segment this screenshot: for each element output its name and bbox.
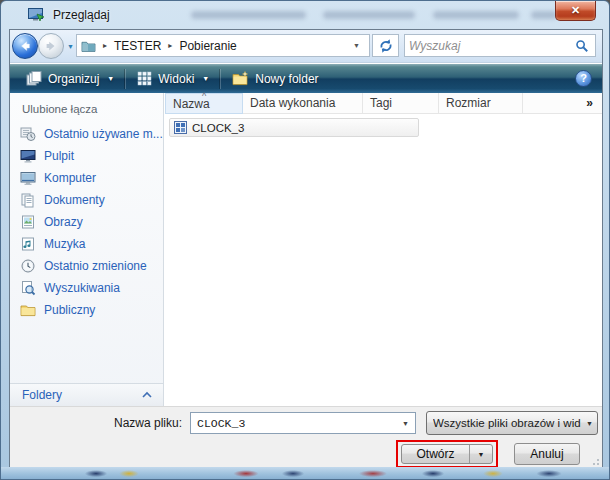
sidebar-item-documents[interactable]: Dokumenty — [10, 189, 163, 211]
sidebar-item-label: Publiczny — [44, 303, 95, 317]
filename-dropdown-icon[interactable]: ▼ — [402, 420, 409, 427]
folder-icon — [81, 39, 96, 53]
help-button[interactable]: ? — [575, 70, 592, 87]
column-header-name[interactable]: Nazwa ^ — [165, 93, 243, 114]
help-icon: ? — [580, 72, 587, 84]
column-header-date[interactable]: Data wykonania — [243, 93, 363, 114]
window-bottom-border — [1, 467, 609, 479]
window-icon — [28, 7, 45, 22]
column-overflow-chevron[interactable]: » — [523, 93, 602, 114]
filename-input[interactable] — [195, 415, 390, 431]
organize-button[interactable]: Organizuj ▼ — [18, 67, 122, 91]
chevron-down-icon: ▼ — [107, 75, 114, 82]
navigation-bar: ▼ ▸ TESTER ▸ Pobieranie ▼ — [10, 30, 602, 63]
breadcrumb-dropdown[interactable]: ▼ — [348, 42, 365, 49]
back-arrow-icon — [18, 39, 32, 53]
documents-icon — [20, 192, 36, 208]
sidebar-item-pictures[interactable]: Obrazy — [10, 211, 163, 233]
new-folder-label: Nowy folder — [255, 72, 318, 86]
toolbar-divider — [125, 69, 126, 89]
views-button[interactable]: Widoki ▼ — [129, 67, 217, 91]
filetype-value: Wszystkie pliki obrazów i wid — [433, 417, 583, 429]
new-folder-button[interactable]: Nowy folder — [224, 67, 326, 91]
window-title: Przeglądaj — [53, 8, 110, 22]
organize-icon — [26, 71, 42, 86]
command-toolbar: Organizuj ▼ Widoki ▼ — [10, 64, 602, 93]
sidebar-item-label: Wyszukiwania — [44, 281, 120, 295]
sidebar-item-label: Ostatnio zmienione — [44, 259, 147, 273]
sidebar-item-label: Dokumenty — [44, 193, 105, 207]
search-box — [404, 34, 596, 57]
column-headers: Nazwa ^ Data wykonania Tagi Rozmiar » — [165, 93, 602, 114]
search-input[interactable] — [407, 36, 567, 55]
views-label: Widoki — [158, 72, 194, 86]
open-split-button[interactable]: Otwórz ▼ — [401, 444, 493, 464]
titlebar-glass-reflection — [191, 11, 306, 19]
music-icon — [20, 236, 36, 252]
refresh-icon — [378, 38, 394, 54]
organize-label: Organizuj — [48, 72, 99, 86]
file-item-clock3[interactable]: CLOCK_3 — [169, 118, 419, 137]
media-file-icon — [174, 121, 187, 134]
breadcrumb-separator-icon: ▸ — [103, 41, 107, 50]
titlebar-glass-reflection — [433, 11, 519, 19]
chevron-up-icon — [141, 391, 153, 399]
titlebar-glass-reflection — [531, 11, 557, 19]
sidebar-item-recent-places[interactable]: Ostatnio używane m... — [10, 123, 163, 145]
browse-dialog-window: Przeglądaj ✕ ▼ — [0, 0, 610, 480]
column-header-size[interactable]: Rozmiar — [439, 93, 523, 114]
open-button[interactable]: Otwórz — [402, 445, 469, 463]
sidebar-item-label: Muzyka — [44, 237, 85, 251]
folders-expander[interactable]: Foldery — [10, 383, 163, 406]
recent-places-icon — [20, 126, 36, 142]
chevron-down-icon: ▼ — [586, 420, 593, 427]
sort-ascending-icon: ^ — [202, 91, 206, 101]
file-name: CLOCK_3 — [192, 122, 244, 134]
favorites-header: Ulubione łącza — [10, 93, 163, 123]
forward-button-disabled[interactable] — [38, 33, 64, 59]
close-button[interactable]: ✕ — [555, 1, 596, 21]
dialog-footer: Nazwa pliku: ▼ Wszystkie pliki obrazów i… — [10, 406, 602, 468]
searches-icon — [20, 280, 36, 296]
sidebar-item-desktop[interactable]: Pulpit — [10, 145, 163, 167]
main-area: Ulubione łącza Ostatnio używane m... — [10, 93, 602, 406]
resize-grip[interactable] — [589, 455, 599, 465]
public-folder-icon — [20, 302, 36, 318]
new-folder-icon — [232, 71, 249, 86]
red-highlight-annotation: Otwórz ▼ — [396, 440, 498, 468]
cancel-button[interactable]: Anuluj — [514, 443, 580, 465]
forward-arrow-icon — [44, 39, 58, 53]
sidebar-item-recently-changed[interactable]: Ostatnio zmienione — [10, 255, 163, 277]
toolbar-divider — [220, 69, 221, 89]
computer-icon — [20, 170, 36, 186]
sidebar-item-searches[interactable]: Wyszukiwania — [10, 277, 163, 299]
sidebar-item-public[interactable]: Publiczny — [10, 299, 163, 321]
search-icon[interactable] — [575, 39, 589, 57]
sidebar-item-label: Obrazy — [44, 215, 83, 229]
pictures-icon — [20, 214, 36, 230]
favorites-sidebar: Ulubione łącza Ostatnio używane m... — [10, 93, 164, 406]
recently-changed-icon — [20, 258, 36, 274]
filename-combobox: ▼ — [190, 412, 416, 434]
sidebar-item-label: Komputer — [44, 171, 96, 185]
open-dropdown-arrow[interactable]: ▼ — [469, 445, 492, 463]
views-grid-icon — [137, 71, 152, 86]
breadcrumb[interactable]: ▸ TESTER ▸ Pobieranie ▼ — [76, 34, 370, 57]
sidebar-item-music[interactable]: Muzyka — [10, 233, 163, 255]
dialog-body: ▼ ▸ TESTER ▸ Pobieranie ▼ — [9, 29, 603, 469]
refresh-button[interactable] — [372, 34, 399, 57]
filetype-select[interactable]: Wszystkie pliki obrazów i wid ▼ — [426, 411, 598, 435]
back-button[interactable] — [12, 33, 38, 59]
filename-label: Nazwa pliku: — [10, 416, 182, 430]
breadcrumb-item-tester[interactable]: TESTER — [114, 39, 161, 53]
breadcrumb-item-pobieranie[interactable]: Pobieranie — [179, 39, 236, 53]
chevron-right-double-icon: » — [586, 96, 593, 110]
recent-pages-dropdown[interactable]: ▼ — [67, 43, 74, 50]
file-list-area: Nazwa ^ Data wykonania Tagi Rozmiar » — [165, 93, 602, 406]
sidebar-item-label: Ostatnio używane m... — [44, 127, 163, 141]
column-header-tags[interactable]: Tagi — [363, 93, 439, 114]
titlebar[interactable]: Przeglądaj ✕ — [1, 1, 609, 29]
close-icon: ✕ — [571, 4, 580, 16]
chevron-down-icon: ▼ — [202, 75, 209, 82]
sidebar-item-computer[interactable]: Komputer — [10, 167, 163, 189]
